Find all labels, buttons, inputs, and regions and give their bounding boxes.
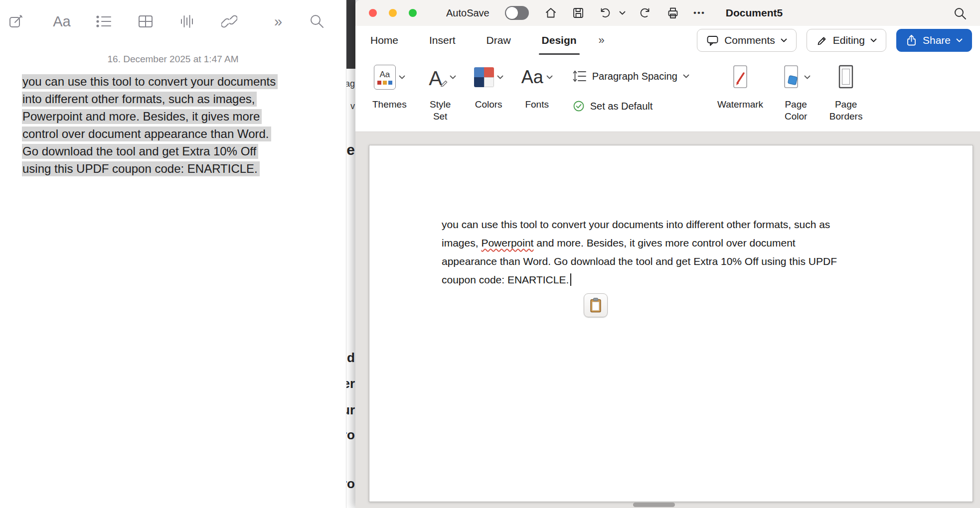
audio-graph-icon[interactable] <box>178 12 196 30</box>
fonts-button[interactable]: Aa Fonts <box>521 55 553 131</box>
paragraph-spacing-button[interactable]: Paragraph Spacing <box>573 68 689 85</box>
themes-icon: Aa <box>374 65 396 90</box>
fonts-icon: Aa <box>521 68 543 86</box>
paragraph-spacing-label: Paragraph Spacing <box>592 71 677 82</box>
page-borders-icon <box>836 64 856 90</box>
word-search-icon[interactable] <box>953 6 967 20</box>
watermark-icon <box>730 64 750 90</box>
text-format-icon[interactable]: Aa <box>53 12 71 30</box>
note-line: Go download the tool and get Extra 10% O… <box>22 142 331 160</box>
document-title: Document5 <box>726 7 783 19</box>
ellipsis-glyph: ••• <box>693 8 705 18</box>
colors-label: Colors <box>475 99 502 111</box>
link-icon[interactable] <box>220 12 238 30</box>
page-color-button[interactable]: Page Color <box>781 55 811 131</box>
checklist-icon[interactable] <box>95 12 113 30</box>
chevron-down-icon <box>546 75 553 79</box>
autosave-toggle-knob <box>506 7 518 19</box>
themes-label: Themes <box>372 99 407 111</box>
document-page[interactable]: you can use this tool to convert your do… <box>369 145 973 502</box>
save-icon[interactable] <box>571 6 585 20</box>
minimize-window-button[interactable] <box>389 9 397 17</box>
note-body[interactable]: you can use this tool to convert your do… <box>22 73 331 177</box>
fonts-label: Fonts <box>525 99 549 111</box>
print-icon[interactable] <box>666 6 680 20</box>
close-window-button[interactable] <box>369 9 377 17</box>
style-set-button[interactable]: A Style Set <box>425 55 456 131</box>
page-borders-button[interactable]: Page Borders <box>828 55 863 131</box>
themes-button[interactable]: Aa Themes <box>372 55 407 131</box>
paste-options-button[interactable] <box>584 293 608 317</box>
style-set-label: Style Set <box>427 99 454 123</box>
chevron-down-icon <box>683 74 689 78</box>
word-titlebar: AutoSave ••• Document5 <box>355 0 980 26</box>
document-canvas: you can use this tool to convert your do… <box>355 132 980 508</box>
pencil-icon <box>816 35 827 46</box>
comment-bubble-icon <box>706 35 719 46</box>
comments-button-label: Comments <box>724 34 775 46</box>
page-borders-label: Page Borders <box>828 99 863 123</box>
page-color-label: Page Color <box>783 99 810 123</box>
notes-toolbar: Aa » <box>0 0 346 43</box>
check-circle-icon <box>573 100 585 112</box>
note-line: Powerpoint and more. Besides, it gives m… <box>22 108 331 125</box>
new-note-icon[interactable] <box>7 12 25 30</box>
tab-home[interactable]: Home <box>368 26 400 55</box>
zoom-window-button[interactable] <box>409 9 417 17</box>
more-tabs-icon[interactable]: » <box>599 34 605 47</box>
paragraph-spacing-icon <box>573 70 587 83</box>
set-as-default-label: Set as Default <box>590 101 653 112</box>
chevron-down-icon <box>497 75 503 79</box>
more-options-icon[interactable]: ••• <box>692 6 706 20</box>
misspelled-word: Powerpoint <box>481 237 533 249</box>
text-format-glyph: Aa <box>53 14 70 29</box>
chevron-down-icon <box>781 38 787 42</box>
colors-button[interactable]: Colors <box>474 55 503 131</box>
document-line: appearance than Word. Go download the to… <box>442 252 910 270</box>
editing-mode-button[interactable]: Editing <box>807 29 886 52</box>
share-button[interactable]: Share <box>896 29 972 52</box>
chevron-down-icon <box>870 38 877 42</box>
tab-design[interactable]: Design <box>540 26 579 55</box>
note-line: you can use this tool to convert your do… <box>22 73 331 90</box>
style-set-icon: A <box>425 65 447 90</box>
window-fragment-text: ro <box>346 427 355 443</box>
comments-button[interactable]: Comments <box>697 29 797 52</box>
colors-icon <box>474 67 494 87</box>
tab-insert[interactable]: Insert <box>427 26 458 55</box>
document-line: images, Powerpoint and more. Besides, it… <box>442 234 910 252</box>
ribbon-tab-row: Home Insert Draw Design » Comments Editi… <box>355 26 980 55</box>
window-fragment-text: d <box>347 350 355 366</box>
window-fragment-text: ur <box>346 402 355 418</box>
note-line: control over document appearance than Wo… <box>22 125 331 142</box>
redo-icon[interactable] <box>639 6 653 20</box>
window-fragment-text: se <box>346 141 355 158</box>
note-date: 16. December 2025 at 1:47 AM <box>0 54 346 65</box>
document-line: coupon code: ENARTICLE. <box>442 270 910 289</box>
autosave-toggle[interactable] <box>505 6 529 20</box>
tab-draw[interactable]: Draw <box>485 26 513 55</box>
window-fragment-text: ro <box>346 476 355 492</box>
notes-search-icon[interactable] <box>308 12 326 30</box>
note-line: into different other formats, such as im… <box>22 90 331 108</box>
undo-dropdown-chevron-icon[interactable] <box>619 6 626 20</box>
clipboard-icon <box>589 297 603 313</box>
more-tools-icon[interactable]: » <box>269 12 287 30</box>
autosave-label: AutoSave <box>446 7 490 19</box>
horizontal-scrollbar-thumb[interactable] <box>633 503 675 507</box>
undo-icon[interactable] <box>598 6 612 20</box>
chevron-down-icon <box>450 75 456 79</box>
note-line: using this UPDF coupon code: ENARTICLE. <box>22 160 331 177</box>
window-fragment-text: er <box>346 376 355 391</box>
editing-button-label: Editing <box>833 34 865 46</box>
watermark-button[interactable]: Watermark <box>717 55 763 131</box>
share-button-label: Share <box>923 34 951 46</box>
share-icon <box>906 34 917 46</box>
table-icon[interactable] <box>137 12 155 30</box>
window-fragment-text: ag <box>346 79 355 89</box>
screen: Aa » 16. Decembe <box>0 0 980 508</box>
home-icon[interactable] <box>544 6 558 20</box>
paragraph-spacing-group: Paragraph Spacing Set as Default <box>573 68 689 131</box>
background-window-strip: ag v se d er ur ro ro <box>346 0 355 508</box>
set-as-default-button[interactable]: Set as Default <box>573 98 689 115</box>
